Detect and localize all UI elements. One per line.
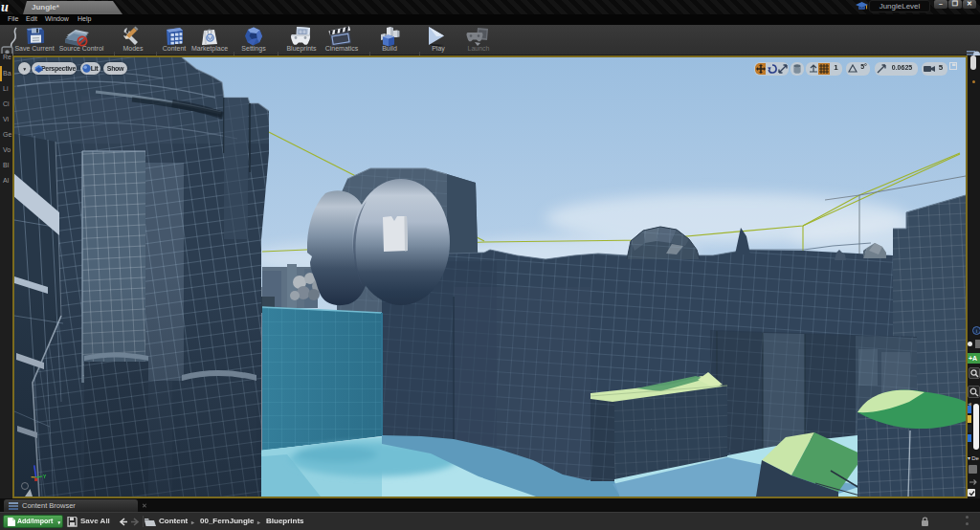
svg-text:u: u bbox=[1, 0, 9, 14]
